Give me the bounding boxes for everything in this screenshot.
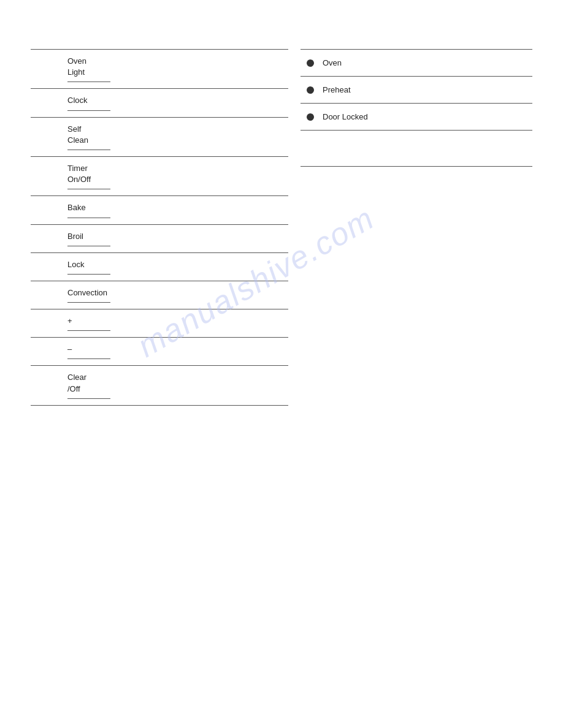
door-locked-bullet [307, 113, 314, 121]
right-column: Oven Preheat Door Locked [288, 49, 532, 406]
convection-label: Convection [67, 287, 288, 298]
oven-light-underline [67, 82, 110, 82]
preheat-label: Preheat [323, 85, 351, 94]
broil-label: Broil [67, 231, 288, 242]
clear-off-underline [67, 398, 110, 399]
left-item-plus: + [31, 309, 288, 337]
minus-underline [67, 358, 110, 359]
left-column: OvenLight Clock SelfClean TimerOn/Off Ba… [31, 49, 288, 406]
clock-label: Clock [67, 95, 288, 106]
minus-label: – [67, 344, 288, 355]
self-clean-label: SelfClean [67, 124, 288, 146]
left-item-self-clean: SelfClean [31, 117, 288, 156]
lock-label: Lock [67, 259, 288, 270]
right-item-oven: Oven [301, 49, 532, 76]
left-item-oven-light: OvenLight [31, 49, 288, 88]
left-item-lock: Lock [31, 252, 288, 281]
timer-on-off-underline [67, 189, 110, 189]
broil-underline [67, 246, 110, 246]
lock-underline [67, 274, 110, 275]
plus-underline [67, 330, 110, 331]
self-clean-underline [67, 150, 110, 150]
clear-off-label: Clear/Off [67, 372, 288, 394]
bake-underline [67, 218, 110, 218]
door-locked-label: Door Locked [323, 112, 368, 121]
oven-light-label: OvenLight [67, 56, 288, 78]
convection-underline [67, 302, 110, 303]
left-item-convection: Convection [31, 281, 288, 309]
left-item-clock: Clock [31, 88, 288, 116]
left-item-clear-off: Clear/Off [31, 365, 288, 405]
left-item-broil: Broil [31, 224, 288, 252]
left-item-minus: – [31, 337, 288, 365]
right-item-preheat: Preheat [301, 76, 532, 103]
right-item-empty [301, 130, 532, 167]
timer-on-off-label: TimerOn/Off [67, 163, 288, 185]
oven-bullet [307, 59, 314, 67]
left-item-bake: Bake [31, 195, 288, 224]
clock-underline [67, 110, 110, 111]
bake-label: Bake [67, 202, 288, 213]
preheat-bullet [307, 86, 314, 94]
plus-label: + [67, 316, 288, 327]
oven-label: Oven [323, 58, 342, 67]
left-item-timer-on-off: TimerOn/Off [31, 156, 288, 195]
right-item-door-locked: Door Locked [301, 103, 532, 130]
